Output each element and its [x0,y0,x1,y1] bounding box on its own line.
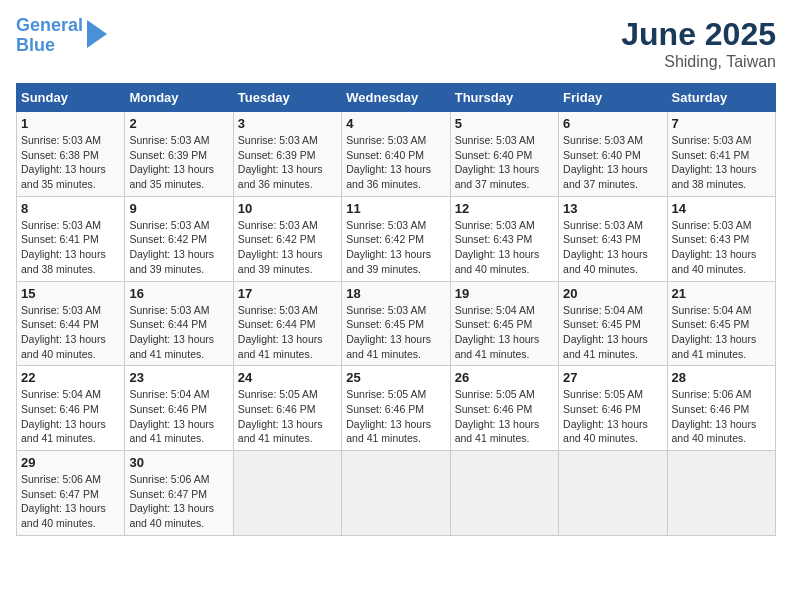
table-row: 18 Sunrise: 5:03 AM Sunset: 6:45 PM Dayl… [342,281,450,366]
day-info: Sunrise: 5:04 AM Sunset: 6:46 PM Dayligh… [129,387,228,446]
day-info: Sunrise: 5:03 AM Sunset: 6:42 PM Dayligh… [346,218,445,277]
table-row: 23 Sunrise: 5:04 AM Sunset: 6:46 PM Dayl… [125,366,233,451]
day-info: Sunrise: 5:03 AM Sunset: 6:44 PM Dayligh… [238,303,337,362]
day-number: 2 [129,116,228,131]
table-row: 13 Sunrise: 5:03 AM Sunset: 6:43 PM Dayl… [559,196,667,281]
table-row: 12 Sunrise: 5:03 AM Sunset: 6:43 PM Dayl… [450,196,558,281]
col-tuesday: Tuesday [233,84,341,112]
day-info: Sunrise: 5:05 AM Sunset: 6:46 PM Dayligh… [563,387,662,446]
day-info: Sunrise: 5:05 AM Sunset: 6:46 PM Dayligh… [238,387,337,446]
day-number: 10 [238,201,337,216]
day-info: Sunrise: 5:03 AM Sunset: 6:42 PM Dayligh… [129,218,228,277]
logo-arrow-icon [87,20,107,48]
table-row [559,451,667,536]
day-info: Sunrise: 5:03 AM Sunset: 6:40 PM Dayligh… [455,133,554,192]
logo: General Blue [16,16,107,56]
table-row: 17 Sunrise: 5:03 AM Sunset: 6:44 PM Dayl… [233,281,341,366]
col-wednesday: Wednesday [342,84,450,112]
col-monday: Monday [125,84,233,112]
calendar-subtitle: Shiding, Taiwan [621,53,776,71]
calendar-row-1: 1 Sunrise: 5:03 AM Sunset: 6:38 PM Dayli… [17,112,776,197]
day-info: Sunrise: 5:04 AM Sunset: 6:45 PM Dayligh… [563,303,662,362]
day-info: Sunrise: 5:06 AM Sunset: 6:47 PM Dayligh… [21,472,120,531]
day-number: 23 [129,370,228,385]
day-info: Sunrise: 5:03 AM Sunset: 6:39 PM Dayligh… [129,133,228,192]
day-info: Sunrise: 5:05 AM Sunset: 6:46 PM Dayligh… [455,387,554,446]
day-info: Sunrise: 5:03 AM Sunset: 6:40 PM Dayligh… [346,133,445,192]
day-number: 1 [21,116,120,131]
page-header: General Blue June 2025 Shiding, Taiwan [16,16,776,71]
calendar-title: June 2025 [621,16,776,53]
day-number: 29 [21,455,120,470]
table-row: 3 Sunrise: 5:03 AM Sunset: 6:39 PM Dayli… [233,112,341,197]
day-info: Sunrise: 5:03 AM Sunset: 6:44 PM Dayligh… [129,303,228,362]
table-row: 15 Sunrise: 5:03 AM Sunset: 6:44 PM Dayl… [17,281,125,366]
calendar-row-5: 29 Sunrise: 5:06 AM Sunset: 6:47 PM Dayl… [17,451,776,536]
day-info: Sunrise: 5:03 AM Sunset: 6:39 PM Dayligh… [238,133,337,192]
col-sunday: Sunday [17,84,125,112]
table-row: 21 Sunrise: 5:04 AM Sunset: 6:45 PM Dayl… [667,281,775,366]
day-info: Sunrise: 5:06 AM Sunset: 6:47 PM Dayligh… [129,472,228,531]
table-row: 29 Sunrise: 5:06 AM Sunset: 6:47 PM Dayl… [17,451,125,536]
day-number: 13 [563,201,662,216]
day-info: Sunrise: 5:03 AM Sunset: 6:45 PM Dayligh… [346,303,445,362]
day-number: 18 [346,286,445,301]
table-row: 11 Sunrise: 5:03 AM Sunset: 6:42 PM Dayl… [342,196,450,281]
day-info: Sunrise: 5:03 AM Sunset: 6:44 PM Dayligh… [21,303,120,362]
day-number: 5 [455,116,554,131]
calendar-header: Sunday Monday Tuesday Wednesday Thursday… [17,84,776,112]
day-number: 27 [563,370,662,385]
calendar-row-2: 8 Sunrise: 5:03 AM Sunset: 6:41 PM Dayli… [17,196,776,281]
table-row: 9 Sunrise: 5:03 AM Sunset: 6:42 PM Dayli… [125,196,233,281]
day-number: 12 [455,201,554,216]
day-number: 11 [346,201,445,216]
table-row [450,451,558,536]
table-row: 20 Sunrise: 5:04 AM Sunset: 6:45 PM Dayl… [559,281,667,366]
table-row [233,451,341,536]
day-number: 4 [346,116,445,131]
day-number: 19 [455,286,554,301]
day-number: 21 [672,286,771,301]
col-friday: Friday [559,84,667,112]
table-row: 30 Sunrise: 5:06 AM Sunset: 6:47 PM Dayl… [125,451,233,536]
day-number: 20 [563,286,662,301]
calendar-table: Sunday Monday Tuesday Wednesday Thursday… [16,83,776,536]
logo-text: General Blue [16,16,83,56]
day-info: Sunrise: 5:05 AM Sunset: 6:46 PM Dayligh… [346,387,445,446]
day-number: 26 [455,370,554,385]
col-saturday: Saturday [667,84,775,112]
calendar-row-4: 22 Sunrise: 5:04 AM Sunset: 6:46 PM Dayl… [17,366,776,451]
day-number: 30 [129,455,228,470]
day-number: 9 [129,201,228,216]
table-row: 5 Sunrise: 5:03 AM Sunset: 6:40 PM Dayli… [450,112,558,197]
table-row: 1 Sunrise: 5:03 AM Sunset: 6:38 PM Dayli… [17,112,125,197]
table-row: 14 Sunrise: 5:03 AM Sunset: 6:43 PM Dayl… [667,196,775,281]
table-row: 8 Sunrise: 5:03 AM Sunset: 6:41 PM Dayli… [17,196,125,281]
day-number: 17 [238,286,337,301]
day-info: Sunrise: 5:03 AM Sunset: 6:41 PM Dayligh… [672,133,771,192]
day-number: 8 [21,201,120,216]
logo-line1: General [16,15,83,35]
table-row: 7 Sunrise: 5:03 AM Sunset: 6:41 PM Dayli… [667,112,775,197]
header-row: Sunday Monday Tuesday Wednesday Thursday… [17,84,776,112]
table-row: 10 Sunrise: 5:03 AM Sunset: 6:42 PM Dayl… [233,196,341,281]
day-info: Sunrise: 5:03 AM Sunset: 6:42 PM Dayligh… [238,218,337,277]
table-row [342,451,450,536]
table-row: 2 Sunrise: 5:03 AM Sunset: 6:39 PM Dayli… [125,112,233,197]
calendar-row-3: 15 Sunrise: 5:03 AM Sunset: 6:44 PM Dayl… [17,281,776,366]
day-number: 14 [672,201,771,216]
table-row: 22 Sunrise: 5:04 AM Sunset: 6:46 PM Dayl… [17,366,125,451]
day-number: 28 [672,370,771,385]
day-info: Sunrise: 5:03 AM Sunset: 6:43 PM Dayligh… [455,218,554,277]
day-number: 16 [129,286,228,301]
day-number: 22 [21,370,120,385]
table-row: 6 Sunrise: 5:03 AM Sunset: 6:40 PM Dayli… [559,112,667,197]
day-info: Sunrise: 5:03 AM Sunset: 6:40 PM Dayligh… [563,133,662,192]
day-info: Sunrise: 5:06 AM Sunset: 6:46 PM Dayligh… [672,387,771,446]
table-row [667,451,775,536]
title-block: June 2025 Shiding, Taiwan [621,16,776,71]
day-info: Sunrise: 5:04 AM Sunset: 6:45 PM Dayligh… [455,303,554,362]
day-info: Sunrise: 5:04 AM Sunset: 6:46 PM Dayligh… [21,387,120,446]
day-info: Sunrise: 5:04 AM Sunset: 6:45 PM Dayligh… [672,303,771,362]
day-info: Sunrise: 5:03 AM Sunset: 6:43 PM Dayligh… [672,218,771,277]
